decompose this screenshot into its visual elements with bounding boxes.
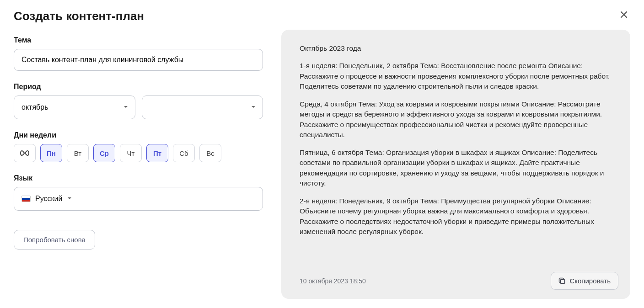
output-paragraph: Среда, 4 октября Тема: Уход за коврами и… [300,99,612,140]
close-button[interactable] [617,8,630,21]
topic-input[interactable] [14,49,263,71]
day-btn-thu[interactable]: Чт [120,144,142,162]
close-icon [619,10,628,19]
language-select[interactable]: Русский [14,187,263,211]
day-btn-label: Пт [153,149,161,157]
days-label: Дни недели [14,131,263,139]
language-label: Язык [14,174,263,182]
form-panel: Создать контент-план Тема Период октябрь [14,9,263,299]
copy-icon [558,277,566,285]
period-month-select[interactable]: октябрь [14,96,135,119]
modal-title: Создать контент-план [14,9,263,23]
day-btn-fri[interactable]: Пт [146,144,168,162]
day-btn-label: Вс [206,149,215,157]
days-row: ПнВтСрЧтПтСбВс [14,144,263,162]
period-label: Период [14,83,263,91]
day-btn-mon[interactable]: Пн [40,144,62,162]
copy-button-label: Скопировать [569,277,611,285]
day-btn-label: Чт [127,149,135,157]
output-panel: Октябрь 2023 года1-я неделя: Понедельник… [281,30,630,299]
day-btn-all[interactable] [14,144,36,162]
output-paragraph: 2-я неделя: Понедельник, 9 октября Тема:… [300,196,612,237]
day-btn-label: Сб [179,149,188,157]
language-value: Русский [35,195,62,203]
day-btn-wed[interactable]: Ср [93,144,115,162]
output-timestamp: 10 октября 2023 18:50 [300,277,366,285]
day-btn-label: Ср [100,149,109,157]
flag-ru-icon [21,196,31,202]
day-btn-sun[interactable]: Вс [199,144,221,162]
svg-rect-0 [561,279,565,283]
retry-button[interactable]: Попробовать снова [14,230,95,250]
period-year-select[interactable] [142,96,263,119]
copy-button[interactable]: Скопировать [551,272,618,290]
day-btn-sat[interactable]: Сб [173,144,195,162]
day-btn-tue[interactable]: Вт [67,144,89,162]
infinity-icon [19,150,30,156]
period-month-value: октябрь [21,103,48,112]
output-paragraph: 1-я неделя: Понедельник, 2 октября Тема:… [300,61,612,91]
retry-button-label: Попробовать снова [23,236,86,244]
day-btn-label: Вт [74,149,81,157]
topic-label: Тема [14,36,263,44]
caret-down-icon [123,103,129,112]
caret-down-icon [67,195,72,203]
caret-down-icon [251,103,256,112]
output-paragraph: Октябрь 2023 года [300,43,612,53]
output-paragraph: Пятница, 6 октября Тема: Организация убо… [300,148,612,189]
output-text[interactable]: Октябрь 2023 года1-я неделя: Понедельник… [300,43,622,264]
day-btn-label: Пн [47,149,56,157]
